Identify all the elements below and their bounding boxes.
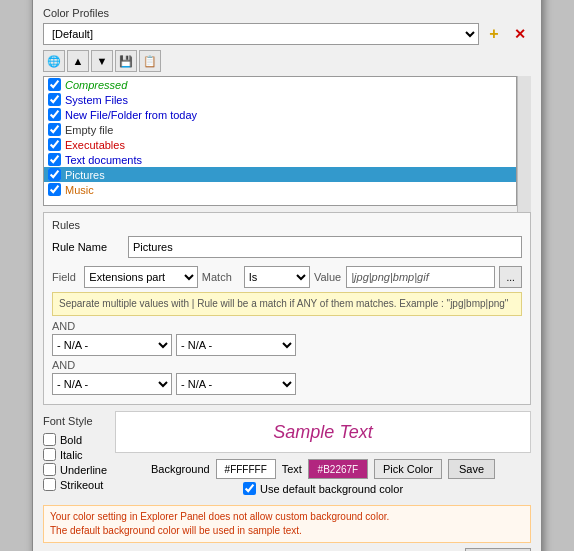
na-select-1a[interactable]: - N/A -	[52, 334, 172, 356]
color-row: Background #FFFFFF Text #B2267F Pick Col…	[151, 459, 495, 479]
na-select-1b[interactable]: - N/A -	[176, 334, 296, 356]
bold-checkbox[interactable]	[43, 433, 56, 446]
move-up-button[interactable]: ▲	[67, 50, 89, 72]
default-bg-row: Use default background color	[243, 482, 403, 495]
empty-checkbox[interactable]	[48, 123, 61, 136]
font-style-label: Font Style	[43, 415, 107, 427]
text-docs-label: Text documents	[65, 154, 142, 166]
and-label-1: AND	[52, 320, 522, 332]
system-checkbox[interactable]	[48, 93, 61, 106]
new-folder-checkbox[interactable]	[48, 108, 61, 121]
strikeout-checkbox[interactable]	[43, 478, 56, 491]
main-window: File Coloring Rules Editor ✕ Color Profi…	[32, 0, 542, 551]
rules-section-label: Rules	[52, 219, 522, 231]
italic-checkbox[interactable]	[43, 448, 56, 461]
warning-line-1: Your color setting in Explorer Panel doe…	[50, 510, 524, 524]
na-select-2a[interactable]: - N/A -	[52, 373, 172, 395]
music-checkbox[interactable]	[48, 183, 61, 196]
font-checkboxes: Font Style Bold Italic Underline Strikeo…	[43, 411, 107, 499]
save-button[interactable]: Save	[448, 459, 495, 479]
value-label: Value	[314, 271, 342, 283]
bg-color-value: #FFFFFF	[225, 464, 267, 475]
list-item[interactable]: Executables	[44, 137, 516, 152]
match-select[interactable]: Is	[244, 266, 310, 288]
add-profile-button[interactable]: +	[483, 23, 505, 45]
default-bg-label: Use default background color	[260, 483, 403, 495]
footer-warning: Your color setting in Explorer Panel doe…	[43, 505, 531, 543]
text-color-value: #B2267F	[318, 464, 359, 475]
list-item[interactable]: Compressed	[44, 77, 516, 92]
delete-profile-button[interactable]: ✕	[509, 23, 531, 45]
list-item[interactable]: Music	[44, 182, 516, 197]
na-select-2b[interactable]: - N/A -	[176, 373, 296, 395]
text-color-label: Text	[282, 463, 302, 475]
new-folder-label: New File/Folder from today	[65, 109, 197, 121]
list-item[interactable]: Text documents	[44, 152, 516, 167]
list-item[interactable]: New File/Folder from today	[44, 107, 516, 122]
text-docs-checkbox[interactable]	[48, 153, 61, 166]
font-style-right: Sample Text Background #FFFFFF Text #B22…	[115, 411, 531, 499]
move-down-button[interactable]: ▼	[91, 50, 113, 72]
rules-section: Rules Rule Name Field Extensions part Ma…	[43, 212, 531, 405]
pick-color-button[interactable]: Pick Color	[374, 459, 442, 479]
rule-name-input[interactable]	[128, 236, 522, 258]
hint-text: Separate multiple values with | Rule wil…	[52, 292, 522, 316]
system-label: System Files	[65, 94, 128, 106]
sample-text: Sample Text	[273, 422, 372, 443]
list-item[interactable]: Pictures	[44, 167, 516, 182]
compressed-label: Compressed	[65, 79, 127, 91]
save-profile-button[interactable]: 💾	[115, 50, 137, 72]
music-label: Music	[65, 184, 94, 196]
copy-profile-button[interactable]: 📋	[139, 50, 161, 72]
bold-label: Bold	[60, 434, 82, 446]
pictures-checkbox[interactable]	[48, 168, 61, 181]
font-style-section: Font Style Bold Italic Underline Strikeo…	[43, 411, 531, 499]
strikeout-label: Strikeout	[60, 479, 103, 491]
underline-label: Underline	[60, 464, 107, 476]
list-item[interactable]: Empty file	[44, 122, 516, 137]
executables-checkbox[interactable]	[48, 138, 61, 151]
pictures-label: Pictures	[65, 169, 105, 181]
default-bg-checkbox[interactable]	[243, 482, 256, 495]
and-label-2: AND	[52, 359, 522, 371]
empty-label: Empty file	[65, 124, 113, 136]
profile-select[interactable]: [Default]	[43, 23, 479, 45]
executables-label: Executables	[65, 139, 125, 151]
text-color-swatch[interactable]: #B2267F	[308, 459, 368, 479]
value-input[interactable]	[346, 266, 495, 288]
color-profiles-label: Color Profiles	[43, 7, 531, 19]
rule-name-label: Rule Name	[52, 241, 122, 253]
bg-color-swatch[interactable]: #FFFFFF	[216, 459, 276, 479]
browse-button[interactable]: ...	[499, 266, 522, 288]
compressed-checkbox[interactable]	[48, 78, 61, 91]
list-scrollbar[interactable]	[517, 76, 531, 212]
sample-text-box: Sample Text	[115, 411, 531, 453]
field-label: Field	[52, 271, 80, 283]
list-item[interactable]: System Files	[44, 92, 516, 107]
match-label: Match	[202, 271, 240, 283]
underline-checkbox[interactable]	[43, 463, 56, 476]
warning-line-2: The default background color will be use…	[50, 524, 524, 538]
background-label: Background	[151, 463, 210, 475]
field-select[interactable]: Extensions part	[84, 266, 197, 288]
rules-list[interactable]: Compressed System Files New File/Folder …	[43, 76, 517, 206]
italic-label: Italic	[60, 449, 83, 461]
globe-button[interactable]: 🌐	[43, 50, 65, 72]
